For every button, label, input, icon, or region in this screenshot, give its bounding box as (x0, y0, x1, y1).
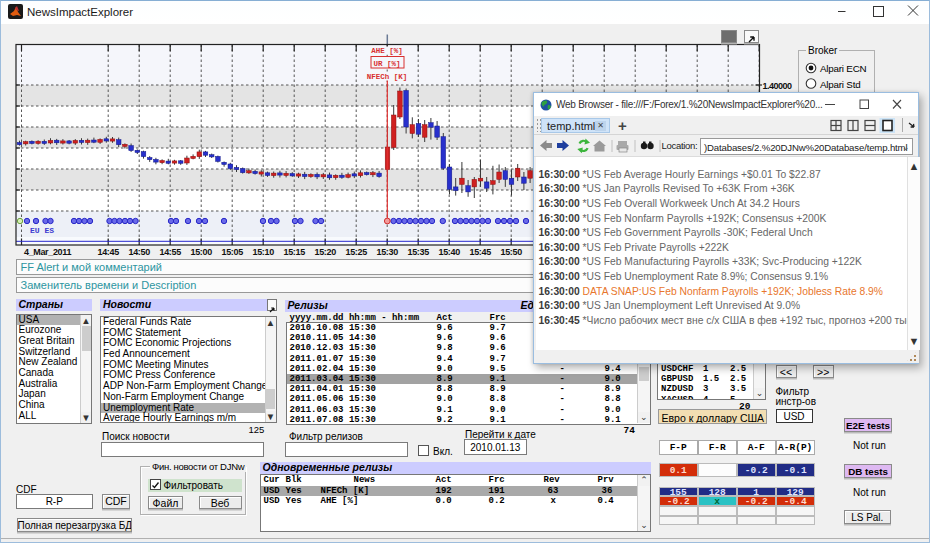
svg-text:UR [%]: UR [%] (373, 60, 400, 68)
svg-text:15:05: 15:05 (222, 247, 244, 257)
svg-text:15:45: 15:45 (470, 247, 492, 257)
svg-text:15:00: 15:00 (191, 247, 213, 257)
svg-text:4_Mar_2011: 4_Mar_2011 (24, 247, 71, 257)
svg-text:14:45: 14:45 (98, 247, 120, 257)
svg-text:15:10: 15:10 (253, 247, 275, 257)
svg-text:EU ES: EU ES (30, 226, 54, 235)
svg-text:15:50: 15:50 (501, 247, 523, 257)
svg-text:15:35: 15:35 (408, 247, 430, 257)
svg-text:15:15: 15:15 (284, 247, 306, 257)
svg-text:15:20: 15:20 (315, 247, 337, 257)
svg-text:NFECh [K]: NFECh [K] (367, 73, 408, 81)
svg-text:AHE [%]: AHE [%] (371, 47, 403, 55)
svg-text:14:50: 14:50 (129, 247, 151, 257)
svg-text:15:25: 15:25 (346, 247, 368, 257)
svg-text:14:55: 14:55 (160, 247, 182, 257)
svg-text:15:40: 15:40 (439, 247, 461, 257)
svg-text:15:30: 15:30 (377, 247, 399, 257)
svg-text:1.40000: 1.40000 (763, 81, 793, 91)
